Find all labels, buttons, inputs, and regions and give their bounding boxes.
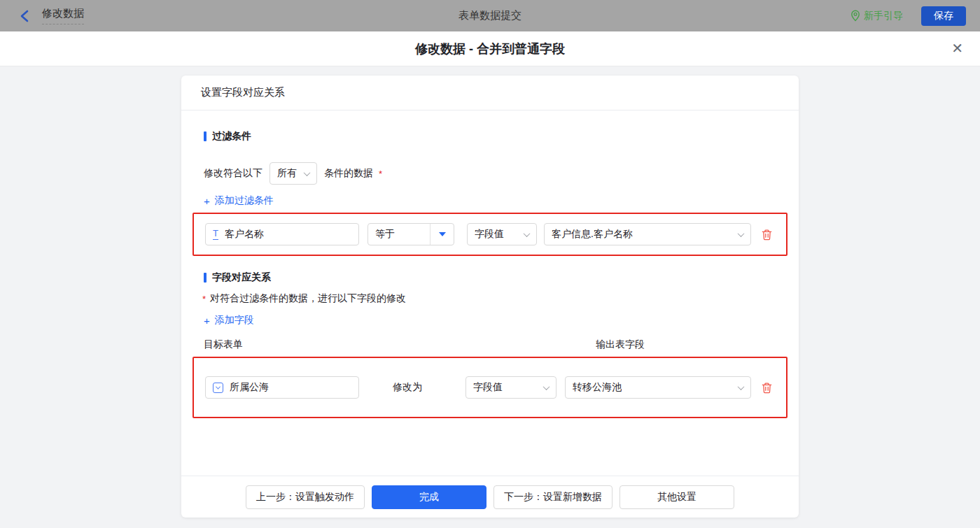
guide-label: 新手引导 <box>864 10 903 22</box>
mapping-description: * 对符合过滤条件的数据，进行以下字段的修改 <box>204 292 776 305</box>
plus-icon: + <box>204 196 210 206</box>
text-field-icon: T <box>213 229 218 240</box>
guide-pin-icon <box>850 10 860 22</box>
filter-field-input[interactable]: T 客户名称 <box>205 223 359 245</box>
modal-header: 修改数据 - 合并到普通字段 ✕ <box>0 31 980 66</box>
operator-select[interactable]: 等于 <box>368 223 454 245</box>
close-icon[interactable]: ✕ <box>951 41 963 55</box>
back-group: 修改数据 <box>14 7 84 24</box>
mapping-value-type: 字段值 <box>473 381 503 394</box>
match-prefix-label: 修改符合以下 <box>204 167 262 180</box>
add-filter-condition-label: 添加过滤条件 <box>215 194 274 207</box>
settings-card: 设置字段对应关系 过滤条件 修改符合以下 所有 条件的数据 * + 添加过滤条件 <box>181 76 799 518</box>
mapping-value-select[interactable]: 转移公海池 <box>565 376 751 399</box>
mapping-column-headers: 目标表单 输出表字段 <box>204 338 776 350</box>
mapping-value: 转移公海池 <box>573 381 622 394</box>
filter-section-title: 过滤条件 <box>204 130 776 143</box>
filter-field-value: 客户名称 <box>225 228 264 241</box>
chevron-down-icon <box>738 383 745 390</box>
card-header-title: 设置字段对应关系 <box>181 76 799 110</box>
required-asterisk: * <box>379 169 382 179</box>
chevron-down-icon <box>543 383 550 390</box>
modify-to-label: 修改为 <box>393 381 422 394</box>
card-body: 过滤条件 修改符合以下 所有 条件的数据 * + 添加过滤条件 T 客户名称 <box>181 110 799 476</box>
page-title: 表单数据提交 <box>0 9 980 22</box>
back-label[interactable]: 修改数据 <box>42 7 84 24</box>
required-asterisk: * <box>202 294 206 304</box>
select-field-icon <box>213 383 223 393</box>
mapping-row-highlighted: 所属公海 修改为 字段值 转移公海池 <box>192 357 788 418</box>
chevron-down-icon <box>524 230 531 237</box>
delete-filter-row-icon[interactable] <box>761 229 773 241</box>
column-output-field-label: 输出表字段 <box>596 338 645 351</box>
match-suffix-label: 条件的数据 <box>324 167 373 180</box>
save-button[interactable]: 保存 <box>921 6 966 26</box>
chevron-down-icon <box>738 230 745 237</box>
add-filter-condition-link[interactable]: + 添加过滤条件 <box>204 194 274 207</box>
back-icon[interactable] <box>20 10 29 22</box>
filter-condition-row-highlighted: T 客户名称 等于 字段值 客户信息.客户名称 <box>192 213 788 256</box>
operator-value: 等于 <box>368 224 430 245</box>
done-button[interactable]: 完成 <box>372 485 486 509</box>
add-field-label: 添加字段 <box>215 314 254 327</box>
card-footer: 上一步：设置触发动作 完成 下一步：设置新增数据 其他设置 <box>181 476 799 518</box>
filter-value-type-select[interactable]: 字段值 <box>467 223 537 245</box>
modal-body: 设置字段对应关系 过滤条件 修改符合以下 所有 条件的数据 * + 添加过滤条件 <box>0 76 980 528</box>
mapping-section-title: 字段对应关系 <box>204 271 776 284</box>
filter-value: 客户信息.客户名称 <box>552 228 633 241</box>
filter-match-row: 修改符合以下 所有 条件的数据 * <box>204 162 776 185</box>
mapping-field-value: 所属公海 <box>230 381 269 394</box>
beginner-guide-link[interactable]: 新手引导 <box>850 10 903 22</box>
mapping-description-text: 对符合过滤条件的数据，进行以下字段的修改 <box>210 292 406 305</box>
other-settings-button[interactable]: 其他设置 <box>620 485 734 509</box>
match-mode-value: 所有 <box>277 167 297 180</box>
section-accent-bar <box>204 273 206 283</box>
next-step-button[interactable]: 下一步：设置新增数据 <box>493 485 612 509</box>
topbar: 修改数据 表单数据提交 新手引导 保存 <box>0 0 980 31</box>
operator-caret-button[interactable] <box>430 224 454 245</box>
topbar-actions: 新手引导 保存 <box>850 6 966 26</box>
prev-step-button[interactable]: 上一步：设置触发动作 <box>246 485 365 509</box>
modal-title: 修改数据 - 合并到普通字段 <box>415 41 565 57</box>
section-accent-bar <box>204 131 206 141</box>
filter-value-type: 字段值 <box>475 228 504 241</box>
caret-down-icon <box>439 232 446 236</box>
mapping-section-label: 字段对应关系 <box>212 271 271 284</box>
mapping-field-input[interactable]: 所属公海 <box>205 376 359 399</box>
filter-value-select[interactable]: 客户信息.客户名称 <box>544 223 751 245</box>
column-target-form-label: 目标表单 <box>204 338 243 350</box>
chevron-down-icon <box>304 169 311 176</box>
plus-icon: + <box>204 315 210 326</box>
match-mode-select[interactable]: 所有 <box>270 162 317 185</box>
delete-mapping-row-icon[interactable] <box>761 382 773 394</box>
add-field-link[interactable]: + 添加字段 <box>204 314 254 327</box>
mapping-value-type-select[interactable]: 字段值 <box>465 376 556 399</box>
filter-section-label: 过滤条件 <box>212 130 251 143</box>
